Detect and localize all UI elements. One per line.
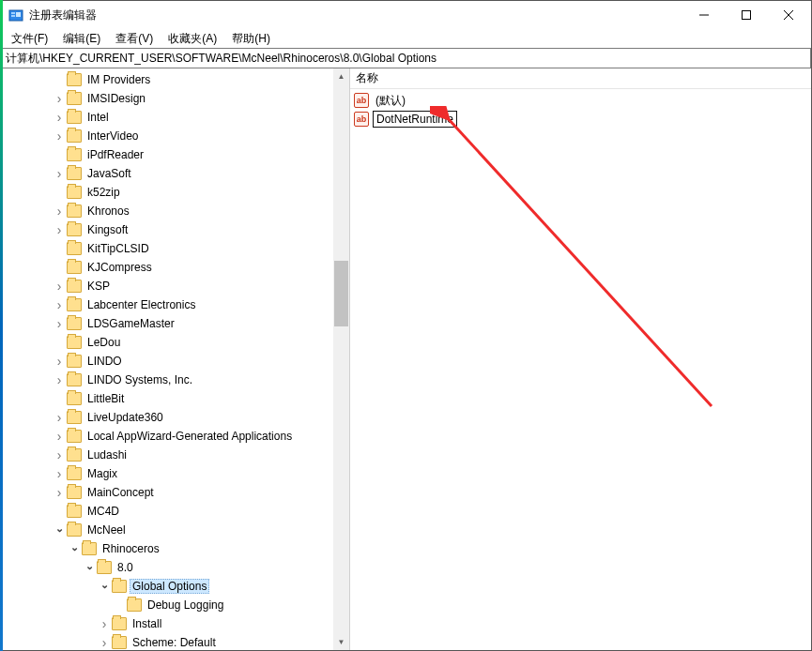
value-name-editing[interactable]: DotNetRuntime	[373, 111, 457, 128]
tree-item-label: Kingsoft	[84, 222, 130, 237]
menu-help[interactable]: 帮助(H)	[225, 30, 277, 48]
scroll-up-button[interactable]: ▲	[333, 68, 349, 84]
column-header-name[interactable]: 名称	[350, 68, 811, 89]
tree-item[interactable]: ›LDSGameMaster	[1, 314, 333, 333]
tree-item[interactable]: IM Providers	[1, 70, 333, 89]
svg-rect-5	[742, 11, 750, 20]
menu-file[interactable]: 文件(F)	[5, 30, 54, 48]
tree-item-label: LDSGameMaster	[84, 316, 177, 331]
tree-item[interactable]: iPdfReader	[1, 145, 333, 164]
menu-edit[interactable]: 编辑(E)	[56, 30, 107, 48]
value-name: (默认)	[373, 92, 408, 110]
tree-item[interactable]: ›Labcenter Electronics	[1, 295, 333, 314]
tree-item[interactable]: ›Scheme: Default	[1, 633, 333, 650]
menu-favorites[interactable]: 收藏夹(A)	[161, 30, 223, 48]
tree-item[interactable]: ›KSP	[1, 277, 333, 295]
tree-item-selected[interactable]: ⌄Global Options	[1, 577, 333, 596]
expand-icon[interactable]: ›	[53, 91, 66, 106]
expand-icon[interactable]: ›	[53, 279, 66, 294]
folder-icon	[67, 204, 82, 218]
tree-item-label: KSP	[84, 279, 113, 294]
tree-item[interactable]: k52zip	[1, 183, 333, 202]
expand-icon[interactable]: ›	[53, 316, 66, 331]
address-text: 计算机\HKEY_CURRENT_USER\SOFTWARE\McNeel\Rh…	[6, 51, 437, 67]
expand-icon[interactable]: ›	[53, 166, 66, 181]
maximize-button[interactable]	[725, 2, 767, 28]
folder-icon	[67, 92, 82, 105]
collapse-icon[interactable]: ⌄	[68, 541, 81, 553]
tree-item[interactable]: ›Magix	[1, 464, 333, 483]
tree-item[interactable]: ›IMSIDesign	[1, 89, 333, 108]
tree-item[interactable]: ›LINDO Systems, Inc.	[1, 371, 333, 389]
tree-item[interactable]: ›Khronos	[1, 202, 333, 220]
tree-item-label: LiveUpdate360	[84, 410, 166, 425]
tree-item-label: Debug Logging	[145, 598, 226, 613]
collapse-icon[interactable]: ⌄	[83, 560, 96, 572]
folder-icon	[67, 73, 82, 86]
expand-icon[interactable]: ›	[53, 485, 66, 500]
scroll-down-button[interactable]: ▼	[333, 634, 349, 650]
collapse-icon[interactable]: ⌄	[53, 522, 66, 535]
expand-icon[interactable]: ›	[53, 110, 66, 125]
tree-item[interactable]: ›Ludashi	[1, 446, 333, 464]
value-row-new[interactable]: ab DotNetRuntime	[350, 110, 811, 129]
tree-item-label: KitTipCLSID	[84, 241, 152, 256]
expand-icon[interactable]: ›	[98, 616, 111, 631]
tree-item[interactable]: ›Local AppWizard-Generated Applications	[1, 427, 333, 446]
tree-item[interactable]: ⌄McNeel	[1, 521, 333, 539]
tree-item[interactable]: LittleBit	[1, 389, 333, 408]
tree-item-label: Labcenter Electronics	[84, 297, 198, 312]
collapse-icon[interactable]: ⌄	[98, 579, 111, 591]
vertical-scrollbar[interactable]: ▲ ▼	[333, 68, 349, 650]
tree-item-label: Install	[130, 616, 164, 631]
tree-item[interactable]: ⌄8.0	[1, 558, 333, 577]
expand-icon[interactable]: ›	[98, 635, 111, 650]
expand-icon[interactable]: ›	[53, 222, 66, 237]
expand-icon[interactable]: ›	[53, 297, 66, 312]
folder-icon	[67, 392, 82, 405]
tree-item[interactable]: ›Install	[1, 614, 333, 633]
tree-item[interactable]: ›Intel	[1, 108, 333, 127]
expand-icon[interactable]: ›	[53, 204, 66, 219]
titlebar: 注册表编辑器	[1, 1, 811, 29]
tree-item[interactable]: ›MainConcept	[1, 483, 333, 502]
minimize-button[interactable]	[682, 2, 725, 28]
expand-icon[interactable]: ›	[53, 354, 66, 369]
folder-icon	[97, 561, 112, 574]
tree-item[interactable]: ⌄Rhinoceros	[1, 539, 333, 558]
expand-icon[interactable]: ›	[53, 410, 66, 425]
close-button[interactable]	[767, 2, 809, 28]
folder-icon	[67, 148, 82, 161]
value-row-default[interactable]: ab (默认)	[350, 91, 811, 110]
tree-item-label: Local AppWizard-Generated Applications	[84, 429, 295, 444]
expand-icon[interactable]: ›	[53, 129, 66, 144]
tree-item[interactable]: ›InterVideo	[1, 127, 333, 145]
tree-item[interactable]: KJCompress	[1, 258, 333, 277]
window-title: 注册表编辑器	[29, 8, 682, 23]
tree-item[interactable]: ›LINDO	[1, 352, 333, 371]
tree-item-label: LeDou	[84, 335, 123, 350]
tree-item[interactable]: Debug Logging	[1, 596, 333, 614]
regedit-icon	[8, 8, 23, 23]
tree-item-label: Rhinoceros	[100, 541, 162, 556]
tree-pane[interactable]: IM Providers›IMSIDesign›Intel›InterVideo…	[1, 68, 350, 650]
annotation-arrow	[430, 106, 721, 416]
expand-icon[interactable]: ›	[53, 447, 66, 462]
menu-view[interactable]: 查看(V)	[109, 30, 160, 48]
tree-item[interactable]: ›Kingsoft	[1, 220, 333, 239]
folder-icon	[67, 355, 82, 368]
tree-item[interactable]: MC4D	[1, 502, 333, 521]
expand-icon[interactable]: ›	[53, 429, 66, 444]
tree-item[interactable]: ›LiveUpdate360	[1, 408, 333, 427]
tree-item-label: MC4D	[84, 504, 122, 519]
folder-icon	[67, 486, 82, 499]
menubar: 文件(F) 编辑(E) 查看(V) 收藏夹(A) 帮助(H)	[1, 29, 811, 48]
values-pane[interactable]: 名称 ab (默认) ab DotNetRuntime	[350, 68, 811, 650]
address-bar[interactable]: 计算机\HKEY_CURRENT_USER\SOFTWARE\McNeel\Rh…	[1, 48, 811, 68]
scroll-thumb[interactable]	[334, 261, 348, 326]
tree-item[interactable]: KitTipCLSID	[1, 239, 333, 258]
expand-icon[interactable]: ›	[53, 372, 66, 387]
expand-icon[interactable]: ›	[53, 466, 66, 481]
tree-item[interactable]: ›JavaSoft	[1, 164, 333, 183]
tree-item[interactable]: LeDou	[1, 333, 333, 352]
